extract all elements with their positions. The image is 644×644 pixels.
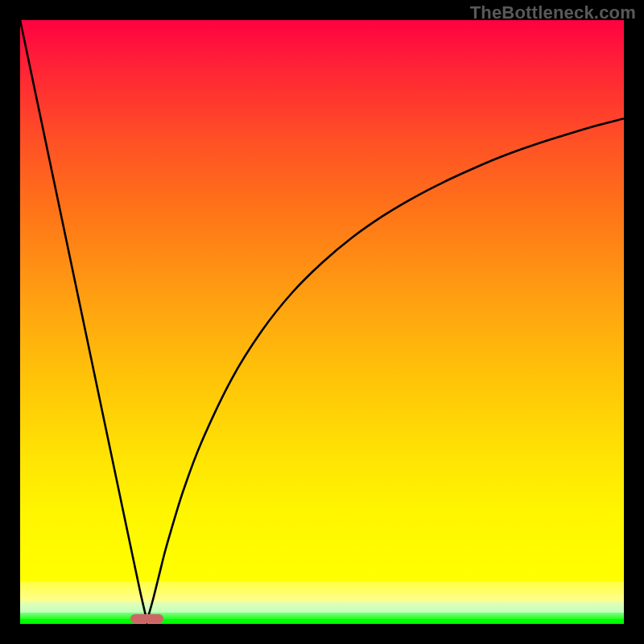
chart-root: TheBottleneck.com: [0, 0, 644, 644]
background-band-paler-green: [20, 613, 624, 619]
background-gradient: [20, 20, 624, 581]
background-band-yellow: [20, 581, 624, 601]
minimum-marker: [130, 614, 163, 623]
background-band-green: [20, 619, 624, 624]
background-band-lightgreen: [20, 601, 624, 613]
plot-area: [20, 20, 624, 624]
chart-frame: [0, 0, 644, 644]
